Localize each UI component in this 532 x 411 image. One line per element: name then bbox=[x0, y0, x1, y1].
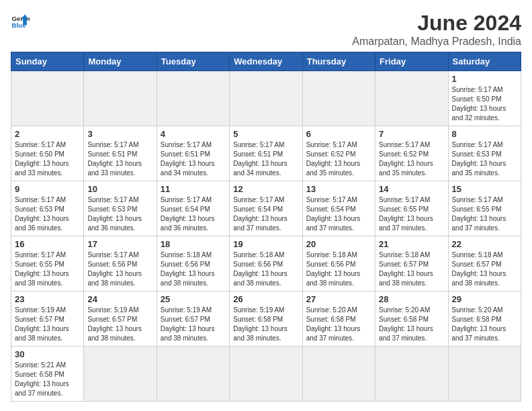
day-number: 8 bbox=[452, 129, 517, 139]
weekday-header-row: SundayMondayTuesdayWednesdayThursdayFrid… bbox=[11, 52, 521, 71]
day-number: 6 bbox=[306, 129, 371, 139]
day-number: 29 bbox=[452, 294, 517, 304]
day-number: 22 bbox=[452, 239, 517, 249]
day-info: Sunrise: 5:17 AMSunset: 6:54 PMDaylight:… bbox=[233, 195, 298, 233]
calendar-cell: 9Sunrise: 5:17 AMSunset: 6:53 PMDaylight… bbox=[11, 181, 84, 236]
day-info: Sunrise: 5:17 AMSunset: 6:53 PMDaylight:… bbox=[15, 195, 80, 233]
calendar-cell: 20Sunrise: 5:18 AMSunset: 6:56 PMDayligh… bbox=[302, 236, 375, 291]
day-number: 5 bbox=[233, 129, 298, 139]
day-number: 16 bbox=[15, 239, 80, 249]
day-info: Sunrise: 5:18 AMSunset: 6:56 PMDaylight:… bbox=[306, 250, 371, 288]
day-number: 20 bbox=[306, 239, 371, 249]
day-info: Sunrise: 5:21 AMSunset: 6:58 PMDaylight:… bbox=[15, 361, 80, 398]
day-info: Sunrise: 5:17 AMSunset: 6:55 PMDaylight:… bbox=[452, 195, 517, 233]
day-number: 25 bbox=[161, 294, 226, 304]
calendar-cell bbox=[448, 347, 521, 402]
day-info: Sunrise: 5:17 AMSunset: 6:51 PMDaylight:… bbox=[233, 140, 298, 178]
calendar-cell: 7Sunrise: 5:17 AMSunset: 6:52 PMDaylight… bbox=[375, 126, 448, 181]
day-info: Sunrise: 5:20 AMSunset: 6:58 PMDaylight:… bbox=[379, 306, 444, 343]
weekday-header-friday: Friday bbox=[375, 52, 448, 71]
calendar-cell bbox=[375, 347, 448, 402]
calendar-cell: 10Sunrise: 5:17 AMSunset: 6:53 PMDayligh… bbox=[84, 181, 157, 236]
weekday-header-saturday: Saturday bbox=[448, 52, 521, 71]
calendar-cell: 15Sunrise: 5:17 AMSunset: 6:55 PMDayligh… bbox=[448, 181, 521, 236]
calendar-cell: 5Sunrise: 5:17 AMSunset: 6:51 PMDaylight… bbox=[230, 126, 302, 181]
calendar-week-row: 2Sunrise: 5:17 AMSunset: 6:50 PMDaylight… bbox=[11, 126, 521, 181]
day-info: Sunrise: 5:19 AMSunset: 6:57 PMDaylight:… bbox=[15, 306, 80, 343]
day-info: Sunrise: 5:17 AMSunset: 6:53 PMDaylight:… bbox=[452, 140, 517, 178]
weekday-header-monday: Monday bbox=[84, 52, 157, 71]
day-number: 9 bbox=[15, 184, 80, 194]
month-title: June 2024 bbox=[352, 11, 521, 36]
day-number: 11 bbox=[161, 184, 226, 194]
day-info: Sunrise: 5:18 AMSunset: 6:56 PMDaylight:… bbox=[161, 250, 226, 288]
calendar-cell: 2Sunrise: 5:17 AMSunset: 6:50 PMDaylight… bbox=[11, 126, 84, 181]
calendar-cell: 17Sunrise: 5:17 AMSunset: 6:56 PMDayligh… bbox=[84, 236, 157, 291]
calendar-cell: 29Sunrise: 5:20 AMSunset: 6:58 PMDayligh… bbox=[448, 291, 521, 347]
day-info: Sunrise: 5:17 AMSunset: 6:51 PMDaylight:… bbox=[161, 140, 226, 178]
logo-icon: General Blue bbox=[11, 11, 30, 30]
day-info: Sunrise: 5:18 AMSunset: 6:56 PMDaylight:… bbox=[233, 250, 298, 288]
calendar-cell: 3Sunrise: 5:17 AMSunset: 6:51 PMDaylight… bbox=[84, 126, 157, 181]
calendar-cell bbox=[302, 347, 375, 402]
logo: General Blue bbox=[11, 11, 30, 30]
calendar-cell bbox=[84, 347, 157, 402]
calendar-cell bbox=[302, 71, 375, 126]
day-info: Sunrise: 5:17 AMSunset: 6:52 PMDaylight:… bbox=[379, 140, 444, 178]
calendar-table: SundayMondayTuesdayWednesdayThursdayFrid… bbox=[11, 52, 521, 402]
calendar-cell bbox=[157, 71, 229, 126]
calendar-cell: 21Sunrise: 5:18 AMSunset: 6:57 PMDayligh… bbox=[375, 236, 448, 291]
calendar-cell bbox=[375, 71, 448, 126]
calendar-cell: 19Sunrise: 5:18 AMSunset: 6:56 PMDayligh… bbox=[230, 236, 302, 291]
day-number: 13 bbox=[306, 184, 371, 194]
calendar-cell: 4Sunrise: 5:17 AMSunset: 6:51 PMDaylight… bbox=[157, 126, 229, 181]
day-info: Sunrise: 5:17 AMSunset: 6:50 PMDaylight:… bbox=[15, 140, 80, 178]
calendar-cell: 13Sunrise: 5:17 AMSunset: 6:54 PMDayligh… bbox=[302, 181, 375, 236]
day-number: 18 bbox=[161, 239, 226, 249]
title-block: June 2024 Amarpatan, Madhya Pradesh, Ind… bbox=[352, 11, 521, 48]
day-number: 2 bbox=[15, 129, 80, 139]
calendar-cell: 23Sunrise: 5:19 AMSunset: 6:57 PMDayligh… bbox=[11, 291, 84, 347]
calendar-week-row: 23Sunrise: 5:19 AMSunset: 6:57 PMDayligh… bbox=[11, 291, 521, 347]
day-info: Sunrise: 5:18 AMSunset: 6:57 PMDaylight:… bbox=[452, 250, 517, 288]
day-number: 10 bbox=[87, 184, 152, 194]
calendar-cell: 14Sunrise: 5:17 AMSunset: 6:55 PMDayligh… bbox=[375, 181, 448, 236]
calendar-cell: 25Sunrise: 5:19 AMSunset: 6:57 PMDayligh… bbox=[157, 291, 229, 347]
calendar-cell: 6Sunrise: 5:17 AMSunset: 6:52 PMDaylight… bbox=[302, 126, 375, 181]
day-number: 23 bbox=[15, 294, 80, 304]
weekday-header-sunday: Sunday bbox=[11, 52, 84, 71]
day-number: 3 bbox=[87, 129, 152, 139]
day-number: 1 bbox=[452, 74, 517, 84]
calendar-cell: 27Sunrise: 5:20 AMSunset: 6:58 PMDayligh… bbox=[302, 291, 375, 347]
day-info: Sunrise: 5:17 AMSunset: 6:55 PMDaylight:… bbox=[15, 250, 80, 288]
day-info: Sunrise: 5:17 AMSunset: 6:54 PMDaylight:… bbox=[306, 195, 371, 233]
day-number: 24 bbox=[87, 294, 152, 304]
calendar-cell: 1Sunrise: 5:17 AMSunset: 6:50 PMDaylight… bbox=[448, 71, 521, 126]
day-info: Sunrise: 5:19 AMSunset: 6:57 PMDaylight:… bbox=[161, 306, 226, 343]
calendar-week-row: 9Sunrise: 5:17 AMSunset: 6:53 PMDaylight… bbox=[11, 181, 521, 236]
calendar-week-row: 16Sunrise: 5:17 AMSunset: 6:55 PMDayligh… bbox=[11, 236, 521, 291]
day-info: Sunrise: 5:17 AMSunset: 6:55 PMDaylight:… bbox=[379, 195, 444, 233]
weekday-header-wednesday: Wednesday bbox=[230, 52, 302, 71]
calendar-cell: 16Sunrise: 5:17 AMSunset: 6:55 PMDayligh… bbox=[11, 236, 84, 291]
weekday-header-tuesday: Tuesday bbox=[157, 52, 229, 71]
day-info: Sunrise: 5:19 AMSunset: 6:58 PMDaylight:… bbox=[233, 306, 298, 343]
day-number: 12 bbox=[233, 184, 298, 194]
location-title: Amarpatan, Madhya Pradesh, India bbox=[352, 36, 521, 48]
calendar-header: SundayMondayTuesdayWednesdayThursdayFrid… bbox=[11, 52, 521, 71]
day-info: Sunrise: 5:17 AMSunset: 6:56 PMDaylight:… bbox=[87, 250, 152, 288]
day-number: 15 bbox=[452, 184, 517, 194]
day-info: Sunrise: 5:18 AMSunset: 6:57 PMDaylight:… bbox=[379, 250, 444, 288]
day-number: 26 bbox=[233, 294, 298, 304]
day-info: Sunrise: 5:20 AMSunset: 6:58 PMDaylight:… bbox=[452, 306, 517, 343]
day-number: 21 bbox=[379, 239, 444, 249]
day-number: 17 bbox=[87, 239, 152, 249]
day-info: Sunrise: 5:19 AMSunset: 6:57 PMDaylight:… bbox=[87, 306, 152, 343]
day-number: 28 bbox=[379, 294, 444, 304]
calendar-cell: 12Sunrise: 5:17 AMSunset: 6:54 PMDayligh… bbox=[230, 181, 302, 236]
calendar-cell: 28Sunrise: 5:20 AMSunset: 6:58 PMDayligh… bbox=[375, 291, 448, 347]
calendar-cell bbox=[157, 347, 229, 402]
calendar-body: 1Sunrise: 5:17 AMSunset: 6:50 PMDaylight… bbox=[11, 71, 521, 402]
calendar-cell bbox=[230, 71, 302, 126]
calendar-cell: 18Sunrise: 5:18 AMSunset: 6:56 PMDayligh… bbox=[157, 236, 229, 291]
